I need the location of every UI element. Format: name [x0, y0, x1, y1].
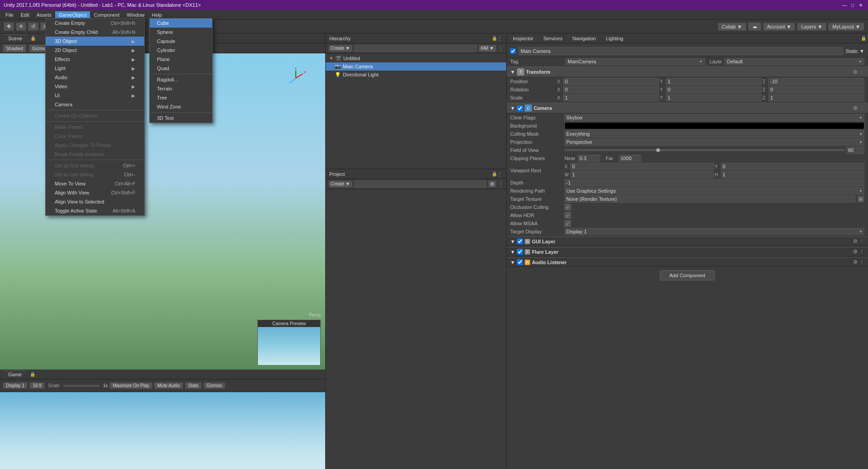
- layer-dropdown[interactable]: Default ▼: [725, 58, 864, 65]
- target-texture-input[interactable]: [564, 195, 855, 203]
- services-tab[interactable]: Services: [539, 35, 567, 42]
- scene-lock-icon[interactable]: 🔒: [30, 36, 36, 41]
- rotation-y-input[interactable]: [666, 86, 762, 93]
- tool-move[interactable]: ✛: [16, 22, 26, 31]
- layers-button[interactable]: Layers ▼: [797, 23, 826, 31]
- scale-y-input[interactable]: [666, 94, 762, 101]
- camera-overflow-icon[interactable]: ⋮: [859, 105, 864, 111]
- transform-overflow-icon[interactable]: ⋮: [859, 69, 864, 75]
- rotation-x-input[interactable]: [563, 86, 659, 93]
- depth-input[interactable]: [564, 179, 864, 186]
- camera-settings-icon[interactable]: ⚙: [853, 105, 858, 111]
- navigation-tab[interactable]: Navigation: [568, 35, 600, 42]
- near-input[interactable]: [578, 155, 600, 162]
- tool-hand[interactable]: ✥: [4, 22, 14, 31]
- target-display-dropdown[interactable]: Display 1 ▼: [564, 228, 864, 235]
- mute-audio-btn[interactable]: Mute Audio: [154, 382, 183, 389]
- gui-layer-header[interactable]: ▼ G GUI Layer ⚙ ⋮: [507, 237, 868, 246]
- allow-msaa-checkbox[interactable]: ✓: [564, 220, 571, 227]
- sub-ragdoll[interactable]: Ragdoll...: [150, 75, 212, 84]
- audio-listener-checkbox[interactable]: [517, 259, 523, 265]
- gui-layer-settings-icon[interactable]: ⚙: [853, 238, 858, 244]
- close-button[interactable]: ✕: [857, 1, 864, 9]
- audio-listener-overflow-icon[interactable]: ⋮: [859, 259, 864, 265]
- fov-input[interactable]: [846, 147, 864, 154]
- ctx-align-view-to-selected[interactable]: Align View to Selected: [46, 197, 144, 206]
- rendering-path-dropdown[interactable]: Use Graphics Settings ▼: [564, 187, 864, 194]
- menu-edit[interactable]: Edit: [17, 11, 33, 19]
- tool-rotate[interactable]: ↺: [28, 22, 38, 31]
- menu-gameobject[interactable]: GameObject: [55, 11, 90, 19]
- camera-enabled-checkbox[interactable]: [517, 105, 523, 111]
- projection-dropdown[interactable]: Perspective ▼: [564, 138, 864, 146]
- sub-sphere[interactable]: Sphere: [150, 28, 212, 37]
- hierarchy-search[interactable]: [354, 45, 477, 52]
- project-overflow2[interactable]: ⋮: [498, 181, 503, 187]
- scale-x-input[interactable]: [563, 94, 659, 101]
- hierarchy-tab[interactable]: Hierarchy: [329, 36, 351, 41]
- lighting-tab[interactable]: Lighting: [601, 35, 628, 42]
- ctx-align-with-view[interactable]: Align With View Ctrl+Shift+F: [46, 188, 144, 197]
- project-tab[interactable]: Project: [329, 171, 345, 177]
- audio-listener-header[interactable]: ▼ A Audio Listener ⚙ ⋮: [507, 257, 868, 267]
- game-tab[interactable]: Game: [4, 370, 26, 378]
- ctx-audio[interactable]: Audio ▶: [46, 73, 144, 82]
- hierarchy-scene-item[interactable]: ▼ 🎬 Untitled: [326, 54, 506, 62]
- flare-layer-checkbox[interactable]: [517, 249, 523, 255]
- position-y-input[interactable]: [666, 78, 762, 85]
- collab-button[interactable]: Collab ▼: [718, 23, 746, 31]
- ctx-toggle-active-state[interactable]: Toggle Active State Alt+Shift+A: [46, 206, 144, 215]
- sub-capsule[interactable]: Capsule: [150, 37, 212, 46]
- gui-layer-overflow-icon[interactable]: ⋮: [859, 238, 864, 244]
- ctx-effects[interactable]: Effects ▶: [46, 55, 144, 64]
- inspector-tab[interactable]: Inspector: [508, 35, 538, 42]
- project-search[interactable]: [354, 180, 486, 188]
- far-input[interactable]: [619, 155, 641, 162]
- gui-layer-checkbox[interactable]: [517, 238, 523, 244]
- hierarchy-overflow2[interactable]: ⋮: [498, 45, 503, 52]
- aspect-dropdown[interactable]: 16:9: [29, 382, 44, 389]
- menu-component[interactable]: Component: [90, 11, 123, 19]
- menu-help[interactable]: Help: [148, 11, 166, 19]
- audio-listener-settings-icon[interactable]: ⚙: [853, 259, 858, 265]
- sub-3d-text[interactable]: 3D Text: [150, 114, 212, 123]
- ctx-camera[interactable]: Camera: [46, 100, 144, 109]
- transform-settings-icon[interactable]: ⚙: [853, 69, 858, 75]
- transform-section-header[interactable]: ▼ T Transform ⚙ ⋮: [507, 66, 868, 77]
- sub-tree[interactable]: Tree: [150, 93, 212, 102]
- sub-cube[interactable]: Cube: [150, 19, 212, 28]
- stats-btn[interactable]: Stats: [185, 382, 202, 389]
- project-lock-icon[interactable]: 🔒: [492, 171, 497, 176]
- game-gizmos-btn[interactable]: Gizmos: [204, 382, 225, 389]
- cloud-button[interactable]: ☁: [748, 22, 761, 31]
- project-icon-btn[interactable]: ⊞: [488, 180, 496, 188]
- ctx-video[interactable]: Video ▶: [46, 82, 144, 91]
- hierarchy-lock-icon[interactable]: 🔒: [492, 36, 497, 41]
- target-texture-pick-btn[interactable]: ◎: [857, 195, 864, 203]
- layout-button[interactable]: MyLayout ▼: [828, 23, 864, 31]
- background-color-swatch[interactable]: [564, 122, 864, 129]
- project-create-btn[interactable]: Create ▼: [328, 180, 352, 188]
- static-label[interactable]: Static ▼: [846, 48, 864, 54]
- occlusion-culling-checkbox[interactable]: ✓: [564, 204, 571, 210]
- inspector-lock-icon[interactable]: 🔒: [861, 36, 866, 41]
- scene-tab[interactable]: Scene: [4, 34, 27, 42]
- viewport-y-input[interactable]: [721, 163, 865, 170]
- ctx-ui[interactable]: UI ▶: [46, 91, 144, 100]
- position-x-input[interactable]: [563, 78, 659, 85]
- shaded-dropdown[interactable]: Shaded: [3, 44, 26, 52]
- scale-z-input[interactable]: [768, 94, 864, 101]
- hierarchy-light-item[interactable]: 💡 Directional Light: [326, 71, 506, 79]
- ctx-light[interactable]: Light ▶: [46, 64, 144, 73]
- hierarchy-overflow-icon[interactable]: ⋮: [497, 35, 503, 42]
- allow-hdr-checkbox[interactable]: ✓: [564, 212, 571, 218]
- flare-layer-overflow-icon[interactable]: ⋮: [859, 249, 864, 255]
- minimize-button[interactable]: —: [841, 1, 848, 9]
- scale-slider[interactable]: [63, 385, 100, 387]
- camera-section-header[interactable]: ▼ C Camera ⚙ ⋮: [507, 103, 868, 114]
- viewport-x-input[interactable]: [570, 163, 714, 170]
- window-controls[interactable]: — □ ✕: [841, 1, 864, 9]
- menu-file[interactable]: File: [2, 11, 17, 19]
- sub-wind-zone[interactable]: Wind Zone: [150, 102, 212, 111]
- ctx-3d-object[interactable]: 3D Object ▶: [46, 37, 144, 46]
